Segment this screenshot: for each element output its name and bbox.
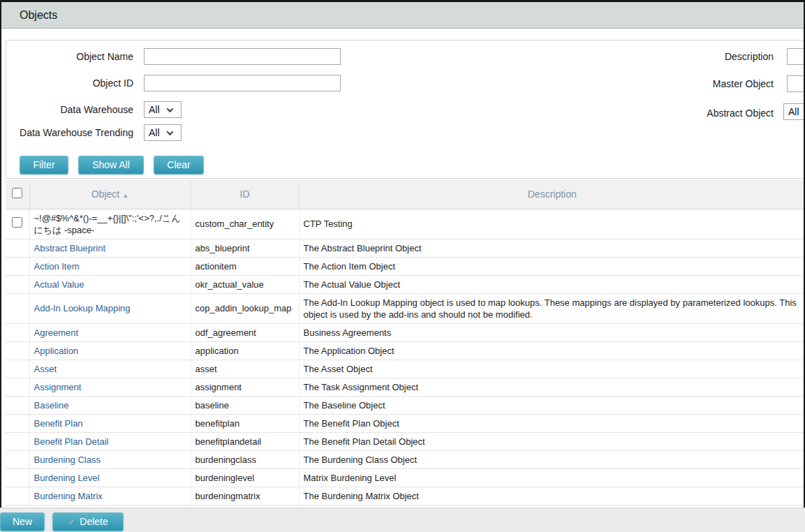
object-link[interactable]: Benefit Plan <box>34 418 83 429</box>
object-cell: Agreement <box>29 323 191 341</box>
object-link[interactable]: Action Item <box>34 261 80 272</box>
object-link[interactable]: Burdening Level <box>34 473 100 483</box>
object-link[interactable]: Actual Value <box>34 279 84 290</box>
column-header-description[interactable]: Description <box>299 180 805 209</box>
select-all-checkbox[interactable] <box>12 188 22 198</box>
chevron-down-icon <box>166 128 173 135</box>
table-row: Agreementodf_agreementBusiness Agreement… <box>6 323 805 341</box>
table-row: Benefit Plan DetailbenefitplandetailThe … <box>6 432 805 450</box>
object-cell: Abstract Blueprint <box>29 239 191 257</box>
object-link[interactable]: Burdening Class <box>34 455 101 465</box>
object-description-cell: Matrix Burdening Level <box>299 468 805 487</box>
filter-button[interactable]: Filter <box>20 156 68 175</box>
object-name-input[interactable] <box>144 48 341 65</box>
row-checkbox-cell <box>6 360 29 378</box>
object-description-cell: The Action Item Object <box>299 257 805 275</box>
abstract-object-label: Abstract Object <box>635 105 774 121</box>
object-id-cell: burdeningclass <box>191 450 299 468</box>
object-cell: Benefit Plan Detail <box>29 432 191 450</box>
object-cell: Burdening Level <box>29 468 191 487</box>
object-id-cell: custom_char_entity <box>191 209 299 239</box>
object-link[interactable]: Assignment <box>34 382 82 392</box>
object-description-cell: Business Agreements <box>299 323 805 341</box>
row-checkbox-cell <box>6 378 29 396</box>
table-row: ~!@#$%^&*()-=__+{}|[]\":;'<>?,./こんにちは -s… <box>6 209 805 239</box>
object-name-text: ~!@#$%^&*()-=__+{}|[]\":;'<>?,./こんにちは -s… <box>34 213 181 235</box>
row-checkbox-cell <box>6 414 29 432</box>
object-description-cell: The Asset Object <box>299 360 805 378</box>
object-description-cell: The Burdening Class Object <box>299 450 805 468</box>
table-row: Abstract Blueprintabs_blueprintThe Abstr… <box>6 239 805 257</box>
object-description-cell: The Benefit Plan Detail Object <box>299 432 805 450</box>
window-edge-left <box>0 0 1 532</box>
object-cell: Assignment <box>29 378 191 396</box>
filter-panel: Object Name Object ID Data Warehouse Dat… <box>6 40 805 179</box>
table-header-row: Object▲ ID Description <box>6 180 805 209</box>
object-id-cell: benefitplandetail <box>191 432 299 450</box>
object-cell: Baseline <box>29 396 191 414</box>
object-description-cell: The Actual Value Object <box>299 275 805 293</box>
show-all-button[interactable]: Show All <box>78 156 144 175</box>
object-link[interactable]: Abstract Blueprint <box>34 243 106 253</box>
object-id-cell: baseline <box>191 396 299 414</box>
object-description-cell: The Abstract Blueprint Object <box>299 239 805 257</box>
checkmark-icon: ✔ <box>68 517 75 527</box>
page-title-bar: Objects <box>1 2 804 29</box>
object-cell: Actual Value <box>29 275 191 293</box>
object-link[interactable]: Agreement <box>34 327 79 338</box>
object-link[interactable]: Add-In Lookup Mapping <box>34 303 131 313</box>
master-object-label: Master Object <box>635 75 774 92</box>
object-id-label: Object ID <box>6 75 133 91</box>
table-row: Burdening MatrixburdeningmatrixThe Burde… <box>6 487 805 505</box>
objects-table-container: Object▲ ID Description ~!@#$%^&*()-=__+{… <box>6 180 805 508</box>
object-id-cell: assignment <box>191 378 299 396</box>
object-link[interactable]: Asset <box>34 364 57 374</box>
row-checkbox-cell <box>6 293 29 323</box>
object-description-cell: The Baseline Object <box>299 396 805 414</box>
column-header-object-label: Object <box>91 189 119 200</box>
clear-button[interactable]: Clear <box>154 156 204 175</box>
object-link[interactable]: Benefit Plan Detail <box>34 436 109 447</box>
row-checkbox-cell <box>6 341 29 360</box>
objects-table: Object▲ ID Description ~!@#$%^&*()-=__+{… <box>6 180 805 508</box>
master-object-input[interactable] <box>787 75 805 92</box>
table-row: Burdening ClassburdeningclassThe Burdeni… <box>6 450 805 468</box>
object-id-cell: odf_agreement <box>191 323 299 341</box>
object-link[interactable]: Application <box>34 346 79 356</box>
object-id-input[interactable] <box>144 75 341 91</box>
data-warehouse-trending-select-value: All <box>149 127 160 138</box>
object-id-cell: application <box>191 341 299 360</box>
object-description-cell: The Task Assignment Object <box>299 378 805 396</box>
footer-action-bar: New ✔Delete <box>0 508 805 532</box>
object-id-cell: benefitplan <box>191 414 299 432</box>
object-id-cell: asset <box>191 360 299 378</box>
new-button[interactable]: New <box>0 512 45 531</box>
data-warehouse-select[interactable]: All <box>144 101 182 118</box>
delete-button[interactable]: ✔Delete <box>52 512 124 531</box>
object-cell: Application <box>29 341 191 360</box>
object-cell: Benefit Plan <box>29 414 191 432</box>
delete-button-label: Delete <box>80 516 108 527</box>
object-link[interactable]: Burdening Matrix <box>34 491 103 501</box>
abstract-object-select[interactable]: All <box>783 103 805 120</box>
object-description-cell: The Burdening Matrix Object <box>299 487 805 505</box>
object-id-cell: burdeninglevel <box>191 468 299 487</box>
row-checkbox-cell <box>6 396 29 414</box>
column-header-id[interactable]: ID <box>191 180 299 209</box>
data-warehouse-trending-select[interactable]: All <box>144 124 182 141</box>
chevron-down-icon <box>166 105 173 112</box>
object-id-cell: okr_actual_value <box>191 275 299 293</box>
description-input[interactable] <box>787 48 805 65</box>
data-warehouse-trending-label: Data Warehouse Trending <box>6 124 133 141</box>
table-row: Benefit PlanbenefitplanThe Benefit Plan … <box>6 414 805 432</box>
row-checkbox-cell <box>6 468 29 487</box>
object-id-cell: abs_blueprint <box>191 239 299 257</box>
object-link[interactable]: Baseline <box>34 400 69 411</box>
row-checkbox[interactable] <box>12 217 22 228</box>
object-description-cell: The Benefit Plan Object <box>299 414 805 432</box>
window-edge-top <box>0 0 805 2</box>
data-warehouse-label: Data Warehouse <box>6 101 133 118</box>
sort-ascending-icon: ▲ <box>122 192 128 199</box>
column-header-object[interactable]: Object▲ <box>29 180 191 209</box>
object-id-cell: cop_addin_lookup_map <box>191 293 299 323</box>
